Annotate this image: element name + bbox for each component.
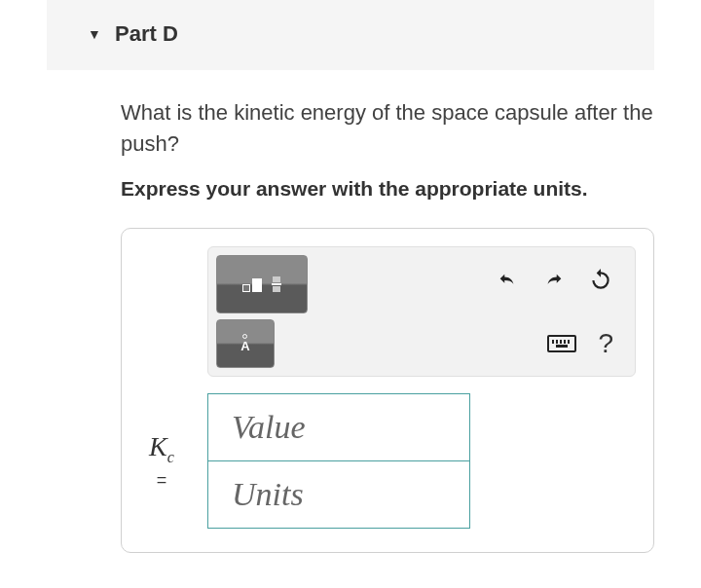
toolbar-row-2: A ? <box>216 319 627 368</box>
redo-icon[interactable] <box>541 269 567 299</box>
part-title: Part D <box>115 21 178 47</box>
part-content: What is the kinetic energy of the space … <box>0 70 701 553</box>
part-container: ▼ Part D What is the kinetic energy of t… <box>0 0 701 553</box>
angstrom-icon: A <box>240 334 249 352</box>
input-fields: Value Units <box>207 394 470 529</box>
instruction-text: Express your answer with the appropriate… <box>121 177 654 201</box>
value-placeholder: Value <box>232 409 306 446</box>
units-input[interactable]: Units <box>207 460 470 529</box>
toolbar-left-group <box>216 255 308 313</box>
units-placeholder: Units <box>232 476 304 513</box>
variable-subscript: c <box>167 449 174 465</box>
undo-icon[interactable] <box>495 269 520 299</box>
symbols-button[interactable]: A <box>216 319 275 368</box>
reset-icon[interactable] <box>588 268 613 300</box>
answer-inputs: Kc = Value Units <box>139 394 636 529</box>
answer-box: A ? Kc = Value <box>121 228 654 553</box>
equals-sign: = <box>139 470 184 491</box>
toolbar-row-1 <box>216 255 627 313</box>
collapse-arrow-icon: ▼ <box>88 26 101 42</box>
variable-label: Kc = <box>139 431 184 491</box>
question-text: What is the kinetic energy of the space … <box>121 97 654 160</box>
equation-toolbar: A ? <box>207 246 636 377</box>
help-icon[interactable]: ? <box>598 328 613 359</box>
variable-base: K <box>149 431 167 461</box>
toolbar-left-group-2: A <box>216 319 275 368</box>
keyboard-icon[interactable] <box>547 335 576 352</box>
toolbar-right-group-2: ? <box>547 328 627 359</box>
value-input[interactable]: Value <box>207 393 470 461</box>
part-header[interactable]: ▼ Part D <box>47 0 654 70</box>
templates-icon <box>242 276 281 292</box>
toolbar-right-group-1 <box>495 268 627 300</box>
templates-button[interactable] <box>216 255 308 313</box>
